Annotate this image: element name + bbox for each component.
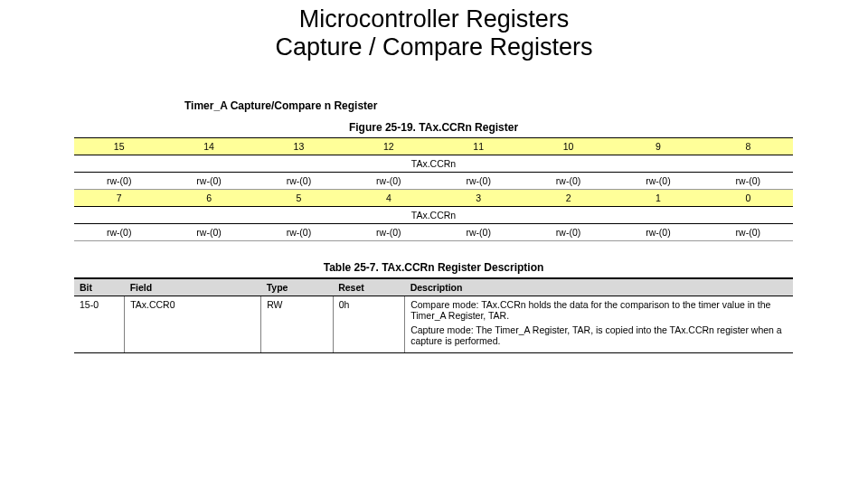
datasheet-excerpt: Timer_A Capture/Compare n Register Figur… <box>74 99 793 353</box>
hdr-type: Type <box>261 278 334 296</box>
figure-caption: Figure 25-19. TAx.CCRn Register <box>74 121 793 134</box>
table-row: 15-0 TAx.CCR0 RW 0h Compare mode: TAx.CC… <box>74 296 793 353</box>
bit-label-low: TAx.CCRn <box>74 207 793 224</box>
cell-type: RW <box>261 296 334 353</box>
bit-diagram-table: 15 14 13 12 11 10 9 8 TAx.CCRn rw-(0) rw… <box>74 137 793 241</box>
slide: Microcontroller Registers Capture / Comp… <box>0 0 868 488</box>
hdr-field: Field <box>125 278 261 296</box>
hdr-desc: Description <box>405 278 793 296</box>
desc-paragraph-1: Compare mode: TAx.CCRn holds the data fo… <box>410 299 788 321</box>
cell-desc: Compare mode: TAx.CCRn holds the data fo… <box>405 296 793 353</box>
cell-field: TAx.CCR0 <box>125 296 261 353</box>
bit-access-low: rw-(0) rw-(0) rw-(0) rw-(0) rw-(0) rw-(0… <box>74 224 793 241</box>
desc-paragraph-2: Capture mode: The Timer_A Register, TAR,… <box>410 324 788 346</box>
cell-reset: 0h <box>333 296 405 353</box>
hdr-reset: Reset <box>333 278 405 296</box>
title-line-2: Capture / Compare Registers <box>0 33 868 61</box>
section-heading: Timer_A Capture/Compare n Register <box>184 99 793 112</box>
cell-bit: 15-0 <box>74 296 125 353</box>
hdr-bit: Bit <box>74 278 125 296</box>
desc-header-row: Bit Field Type Reset Description <box>74 278 793 296</box>
bit-label-high: TAx.CCRn <box>74 155 793 173</box>
table-caption: Table 25-7. TAx.CCRn Register Descriptio… <box>74 261 793 274</box>
description-table: Bit Field Type Reset Description 15-0 TA… <box>74 277 793 353</box>
bit-numbers-low: 7 6 5 4 3 2 1 0 <box>74 190 793 207</box>
bit-numbers-high: 15 14 13 12 11 10 9 8 <box>74 138 793 155</box>
title-block: Microcontroller Registers Capture / Comp… <box>0 5 868 61</box>
bit-access-high: rw-(0) rw-(0) rw-(0) rw-(0) rw-(0) rw-(0… <box>74 173 793 190</box>
title-line-1: Microcontroller Registers <box>0 5 868 33</box>
